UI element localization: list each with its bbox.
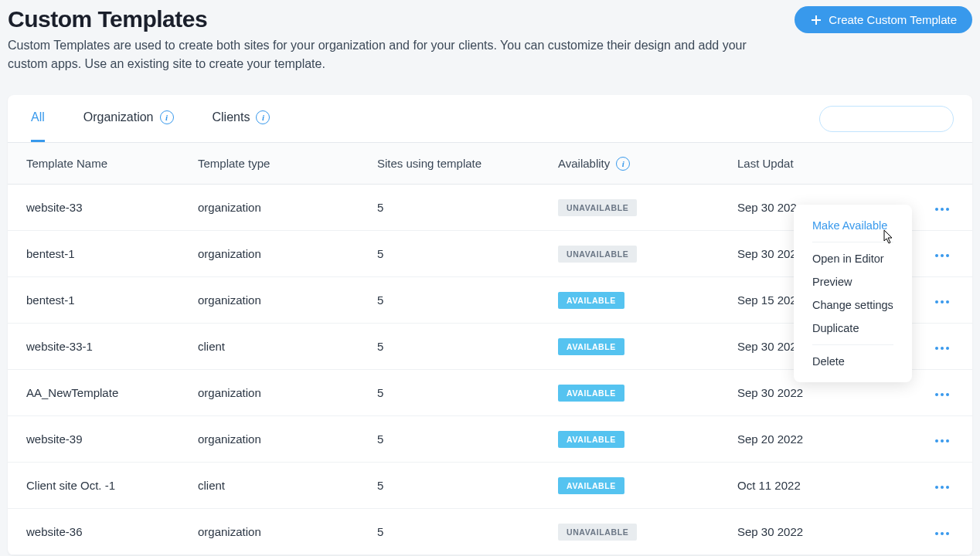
cell-sites: 5 (377, 201, 558, 214)
page-title: Custom Templates (8, 6, 207, 32)
info-icon[interactable]: i (256, 110, 270, 124)
page-description: Custom Templates are used to create both… (0, 33, 757, 73)
create-button-label: Create Custom Template (829, 13, 957, 26)
cell-type: organization (198, 293, 377, 307)
col-header-sites[interactable]: Sites using template (377, 157, 558, 170)
col-header-availability[interactable]: Availablity i (558, 157, 737, 171)
cell-type: client (198, 340, 377, 353)
plus-icon (810, 14, 822, 26)
availability-badge: AVAILABLE (558, 385, 624, 402)
menu-preview[interactable]: Preview (794, 270, 912, 293)
menu-duplicate[interactable]: Duplicate (794, 317, 912, 340)
availability-badge: AVAILABLE (558, 477, 624, 494)
info-icon[interactable]: i (160, 110, 174, 124)
cell-sites: 5 (377, 340, 558, 353)
availability-badge: AVAILABLE (558, 431, 624, 448)
tab-label: Organization (83, 110, 154, 124)
cell-availability: AVAILABLE (558, 292, 737, 309)
cell-name: website-36 (26, 525, 198, 538)
menu-delete[interactable]: Delete (794, 350, 912, 373)
more-actions-button[interactable] (900, 435, 954, 447)
col-header-type[interactable]: Template type (198, 157, 377, 170)
cell-sites: 5 (377, 247, 558, 260)
row-actions-menu: Make Available Open in Editor Preview Ch… (794, 205, 912, 382)
cell-sites: 5 (377, 479, 558, 492)
table-header: Template Name Template type Sites using … (8, 143, 972, 185)
table-row[interactable]: website-39 organization 5 AVAILABLE Sep … (8, 416, 972, 463)
cell-sites: 5 (377, 293, 558, 307)
availability-badge: UNAVAILABLE (558, 246, 637, 263)
cell-name: AA_NewTemplate (26, 386, 198, 399)
cell-name: website-33-1 (26, 340, 198, 353)
table-row[interactable]: website-36 organization 5 UNAVAILABLE Se… (8, 509, 972, 555)
info-icon[interactable]: i (616, 157, 630, 171)
cell-sites: 5 (377, 432, 558, 446)
table-row[interactable]: Client site Oct. -1 client 5 AVAILABLE O… (8, 463, 972, 509)
cell-sites: 5 (377, 386, 558, 399)
col-header-availability-label: Availablity (558, 157, 610, 170)
cell-type: organization (198, 432, 377, 446)
cell-type: organization (198, 247, 377, 260)
menu-change-settings[interactable]: Change settings (794, 293, 912, 317)
templates-card: All Organization i Clients i Template Na… (8, 95, 972, 555)
menu-divider (812, 344, 893, 345)
cell-name: website-33 (26, 201, 198, 214)
cell-type: client (198, 479, 377, 492)
tab-all[interactable]: All (31, 95, 45, 142)
cell-name: bentest-1 (26, 293, 198, 307)
menu-open-editor[interactable]: Open in Editor (794, 247, 912, 270)
availability-badge: UNAVAILABLE (558, 199, 637, 216)
search-input[interactable] (819, 106, 954, 132)
availability-badge: AVAILABLE (558, 292, 624, 309)
availability-badge: UNAVAILABLE (558, 524, 637, 541)
cell-availability: AVAILABLE (558, 338, 737, 355)
tabs: All Organization i Clients i (8, 95, 972, 143)
cell-availability: AVAILABLE (558, 431, 737, 448)
cell-availability: AVAILABLE (558, 385, 737, 402)
menu-divider (812, 242, 893, 242)
cell-updated: Sep 20 2022 (737, 432, 900, 446)
more-actions-button[interactable] (900, 527, 954, 540)
col-header-name[interactable]: Template Name (26, 157, 198, 170)
more-actions-button[interactable] (900, 388, 954, 401)
cell-updated: Sep 30 2022 (737, 525, 900, 538)
tab-clients[interactable]: Clients i (213, 95, 271, 142)
cell-name: Client site Oct. -1 (26, 479, 198, 492)
tab-label: All (31, 110, 45, 124)
availability-badge: AVAILABLE (558, 338, 624, 355)
cell-type: organization (198, 525, 377, 538)
cell-type: organization (198, 201, 377, 214)
cell-availability: AVAILABLE (558, 477, 737, 494)
cell-availability: UNAVAILABLE (558, 524, 737, 541)
cell-updated: Oct 11 2022 (737, 479, 900, 492)
tab-label: Clients (213, 110, 250, 124)
tab-organization[interactable]: Organization i (83, 95, 174, 142)
more-actions-button[interactable] (900, 481, 954, 493)
cell-name: website-39 (26, 432, 198, 446)
cell-updated: Sep 30 2022 (737, 386, 900, 399)
cell-name: bentest-1 (26, 247, 198, 260)
create-template-button[interactable]: Create Custom Template (795, 6, 972, 33)
cell-sites: 5 (377, 525, 558, 538)
cell-availability: UNAVAILABLE (558, 246, 737, 263)
cell-type: organization (198, 386, 377, 399)
col-header-updated[interactable]: Last Updat (737, 157, 900, 170)
cell-availability: UNAVAILABLE (558, 199, 737, 216)
menu-make-available[interactable]: Make Available (794, 214, 912, 237)
